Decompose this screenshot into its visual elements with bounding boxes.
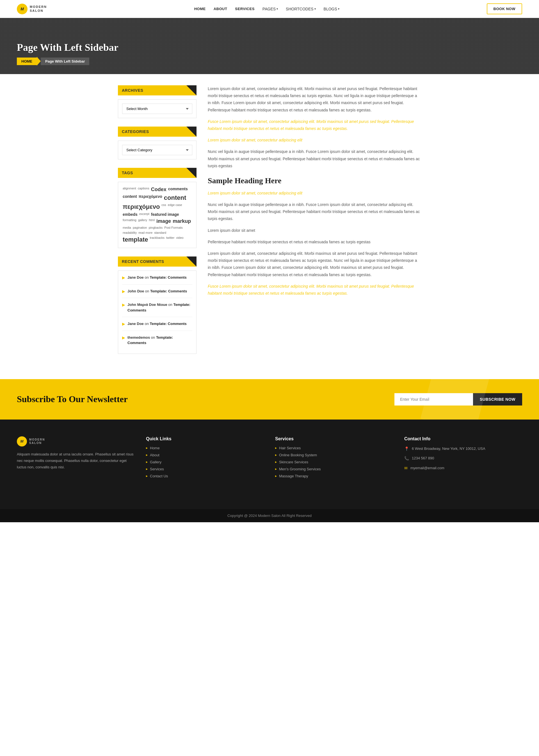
footer-quick-link[interactable]: Services — [150, 467, 164, 471]
content-para-8: Pellentesque habitant morbi tristique se… — [208, 239, 421, 245]
footer-quick-link[interactable]: Gallery — [150, 460, 161, 464]
tags-box: alignment captions Codex comments conten… — [118, 182, 196, 248]
tag-item[interactable]: captions — [138, 187, 149, 192]
tags-title: TAGS — [118, 168, 196, 178]
tag-item[interactable]: pagination — [133, 226, 147, 229]
content-para-4: Nunc vel ligula in augue tristique pelle… — [208, 148, 421, 170]
breadcrumb-current: Page With Left Sidebar — [41, 57, 89, 65]
tag-item[interactable]: video — [176, 236, 183, 243]
tag-item[interactable]: alignment — [123, 187, 136, 192]
tags-widget: TAGS alignment captions Codex comments c… — [118, 168, 196, 248]
comment-link[interactable]: Template: Comments — [150, 289, 187, 293]
book-now-button[interactable]: Book Now — [487, 3, 522, 14]
tag-item[interactable]: περιεχόμενο — [139, 194, 162, 201]
header: M MODERN SALON HOME ABOUT SERVICES PAGES… — [0, 0, 539, 18]
tag-item[interactable]: media — [123, 226, 131, 229]
archives-title: ARCHIVES — [118, 85, 196, 96]
tag-item[interactable]: standard — [154, 231, 166, 234]
footer-service-link[interactable]: Men's Grooming Services — [279, 467, 321, 471]
footer-service-link[interactable]: Hair Services — [279, 446, 301, 450]
footer-brand: M MODERN SALON Aliquam malesuada dolor a… — [17, 436, 135, 481]
footer-service-link[interactable]: Massage Therapy — [279, 474, 308, 478]
tag-item[interactable]: Codex — [151, 187, 167, 192]
main-nav: HOME ABOUT SERVICES PAGES SHORTCODES BLO… — [194, 7, 340, 11]
email-icon: ✉ — [404, 466, 408, 470]
nav-services[interactable]: SERVICES — [235, 7, 255, 11]
main-content: Lorem ipsum dolor sit amet, consectetur … — [208, 85, 421, 362]
tag-item[interactable]: pingbacks — [149, 226, 163, 229]
nav-pages[interactable]: PAGES — [263, 7, 278, 11]
tag-item[interactable]: formatting — [123, 218, 136, 224]
recent-comments-title: RECENT COMMENTS — [118, 256, 196, 267]
categories-title: CATEGORIES — [118, 127, 196, 137]
tag-item[interactable]: excerpt — [139, 212, 149, 217]
tag-item[interactable]: featured image — [151, 212, 179, 217]
breadcrumb-separator — [37, 57, 41, 66]
breadcrumb-home[interactable]: HOME — [17, 57, 37, 65]
tag-item[interactable]: gallery — [138, 218, 147, 224]
footer-logo-icon: M — [17, 436, 27, 447]
recent-comments-box: ▶ Jane Doe on Template: Comments ▶ John … — [118, 270, 196, 354]
tag-item[interactable]: twitter — [166, 236, 174, 243]
comment-item: ▶ John Μαριά Doe Ntoue on Template: Comm… — [122, 302, 192, 317]
comment-arrow: ▶ — [122, 335, 125, 346]
tag-item[interactable]: content — [164, 194, 186, 201]
nav-shortcodes[interactable]: SHORTCODES — [286, 7, 316, 11]
hero-banner: Page With Left Sidebar HOME Page With Le… — [0, 18, 539, 74]
footer: M MODERN SALON Aliquam malesuada dolor a… — [0, 420, 539, 509]
footer-email-text: myemail@email.com — [411, 465, 444, 471]
tag-item[interactable]: image — [156, 218, 171, 224]
content-para-10: Fusce Lorem ipsum dolor sit amet, consec… — [208, 283, 421, 297]
comment-link[interactable]: Template: Comments — [150, 321, 187, 326]
logo-icon: M — [17, 4, 28, 14]
footer-service-link[interactable]: Skincare Services — [279, 460, 308, 464]
categories-widget: CATEGORIES Select Category — [118, 127, 196, 160]
nav-home[interactable]: HOME — [194, 7, 206, 11]
footer-quick-link-item: Services — [146, 467, 264, 471]
footer-email: ✉ myemail@email.com — [404, 465, 522, 471]
tag-item[interactable]: read more — [138, 231, 152, 234]
categories-box: Select Category — [118, 141, 196, 160]
newsletter-subscribe-button[interactable]: Subscribe Now — [473, 393, 522, 405]
footer-address: 📍 6 West Broadway, New York, NY 10012, U… — [404, 446, 522, 452]
newsletter-section: Subscribe To Our Newsletter Subscribe No… — [0, 379, 539, 420]
nav-blogs[interactable]: BLOGS — [324, 7, 340, 11]
logo-text: MODERN SALON — [30, 5, 47, 12]
main-container: ARCHIVES Select Month CATEGORIES Select … — [101, 85, 438, 362]
tag-item[interactable]: comments — [168, 187, 188, 192]
footer-quick-link[interactable]: Home — [150, 446, 160, 450]
tag-item[interactable]: trackbacks — [150, 236, 165, 243]
tag-item[interactable]: css — [161, 203, 166, 210]
newsletter-email-input[interactable] — [394, 393, 473, 405]
tag-item[interactable]: markup — [173, 218, 191, 224]
copyright-bar: Copyright @ 2024 Modern Salon All Right … — [0, 509, 539, 522]
tag-item[interactable]: template — [123, 236, 148, 243]
tag-item[interactable]: readability — [123, 231, 137, 234]
footer-contact: Contact Info 📍 6 West Broadway, New York… — [404, 436, 522, 481]
footer-service-link[interactable]: Online Booking System — [279, 453, 317, 457]
nav-about[interactable]: ABOUT — [214, 7, 227, 11]
comment-item: ▶ Jane Doe on Template: Comments — [122, 275, 192, 285]
footer-contact-title: Contact Info — [404, 436, 522, 442]
comment-text: John Doe on Template: Comments — [127, 289, 187, 294]
archives-select[interactable]: Select Month — [122, 103, 192, 114]
breadcrumb: HOME Page With Left Sidebar — [17, 57, 118, 66]
comment-text: John Μαριά Doe Ntoue on Template: Commen… — [127, 302, 192, 313]
categories-select[interactable]: Select Category — [122, 145, 192, 155]
content-para-3: Lorem ipsum dolor sit amet, consectetur … — [208, 137, 421, 144]
logo[interactable]: M MODERN SALON — [17, 4, 47, 14]
tag-item[interactable]: περιεχόμενο — [123, 203, 160, 210]
comment-text: Jane Doe on Template: Comments — [127, 275, 187, 280]
comment-link[interactable]: Template: Comments — [150, 275, 187, 280]
tag-item[interactable]: edge case — [168, 203, 182, 210]
footer-quick-link[interactable]: Contact Us — [150, 474, 168, 478]
footer-phone-text: 1234 567 890 — [412, 455, 434, 461]
tag-item[interactable]: embeds — [123, 212, 137, 217]
tag-item[interactable]: content — [123, 194, 137, 201]
comment-item: ▶ John Doe on Template: Comments — [122, 289, 192, 298]
footer-quick-link[interactable]: About — [150, 453, 159, 457]
footer-service-item: Massage Therapy — [275, 474, 393, 478]
tag-item[interactable]: Post Formats — [164, 226, 183, 229]
tag-item[interactable]: html — [149, 218, 155, 224]
content-para-6: Nunc vel ligula in augue tristique pelle… — [208, 201, 421, 223]
